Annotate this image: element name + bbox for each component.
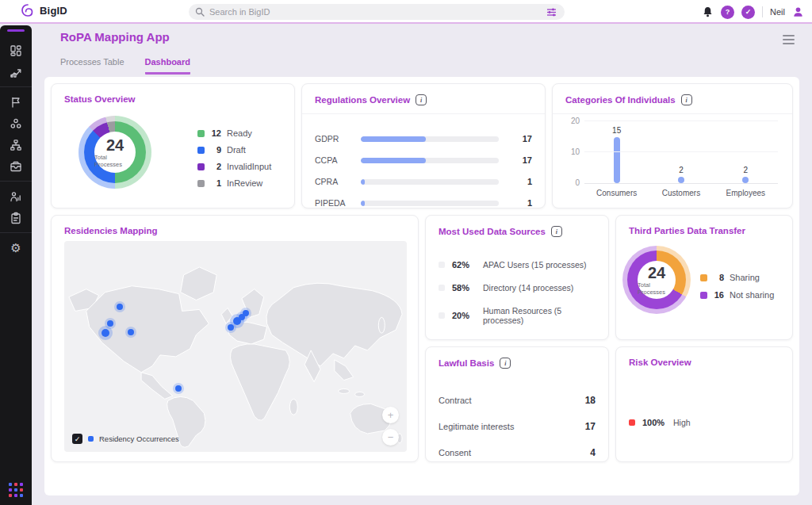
notifications-bell-icon[interactable]: [702, 6, 714, 18]
info-icon[interactable]: i: [416, 94, 427, 105]
dashboard-icon[interactable]: [0, 42, 32, 59]
legend-count: 2: [210, 162, 221, 171]
search-input[interactable]: [209, 7, 539, 17]
info-icon[interactable]: i: [551, 226, 562, 237]
residency-dot[interactable]: [117, 304, 123, 310]
zoom-out-button[interactable]: −: [382, 429, 399, 446]
tab-dashboard[interactable]: Dashboard: [145, 57, 190, 75]
sidebar-active-indicator: [7, 29, 25, 32]
bar-value-label: 15: [612, 126, 621, 135]
search-icon: [195, 7, 205, 17]
app-dot: [9, 483, 12, 486]
bar[interactable]: [614, 137, 620, 184]
page-menu-icon[interactable]: [783, 35, 795, 44]
regulation-label: CCPA: [315, 155, 361, 165]
lawful-basis-row: Contract18: [426, 395, 608, 406]
third-parties-data-transfer-card: Third Parties Data Transfer 24 Total Pro…: [615, 215, 793, 340]
lawful-basis-label: Consent: [439, 448, 471, 457]
lawful-basis-row: Consent4: [426, 447, 608, 458]
total-processes-label: Total Processes: [638, 281, 676, 296]
legend-label: InvalidInput: [227, 162, 271, 171]
flag-icon[interactable]: [0, 94, 32, 110]
total-processes-value: 24: [648, 265, 665, 281]
info-icon[interactable]: i: [500, 358, 511, 369]
card-title: Risk Overview: [629, 358, 691, 367]
app-dot: [14, 483, 17, 486]
bar-track: [361, 158, 499, 163]
legend-swatch: [197, 163, 205, 170]
world-map[interactable]: ✓ Residency Occurrences + −: [64, 241, 407, 452]
groups-icon[interactable]: [0, 115, 32, 132]
residency-dot-swatch: [88, 436, 94, 442]
regulation-label: CPRA: [315, 177, 361, 186]
third-parties-donut-chart: 24 Total Processes: [622, 246, 691, 314]
bar-fill: [361, 179, 365, 185]
status-overview-card: Status Overview 24 Total Processes 12Rea…: [51, 83, 295, 209]
bar-value-label: 2: [744, 166, 749, 174]
tab-processes-table[interactable]: Processes Table: [60, 57, 124, 75]
card-title: Residencies Mapping: [64, 226, 158, 235]
user-analytics-icon[interactable]: [0, 188, 32, 205]
categories-bar-chart: 1522 01020: [584, 122, 778, 184]
lawful-basis-row: Legitimate interests17: [426, 421, 608, 432]
user-avatar-icon[interactable]: [792, 6, 804, 18]
bar-column: 2: [653, 166, 709, 183]
settings-gear-icon[interactable]: ⚙: [0, 239, 32, 256]
regulation-row: GDPR17: [302, 134, 545, 143]
regulation-row: CPRA1: [302, 177, 545, 186]
bar-fill: [361, 158, 426, 163]
help-icon[interactable]: ?: [721, 6, 734, 19]
legend-count: 9: [210, 145, 221, 155]
legend-item: 12Ready: [197, 128, 271, 138]
risk-label: High: [673, 418, 691, 427]
clipboard-icon[interactable]: [0, 209, 32, 226]
zoom-in-button[interactable]: +: [382, 407, 399, 423]
legend-item: 8Sharing: [700, 273, 774, 282]
legend-swatch: [700, 274, 707, 281]
hierarchy-icon[interactable]: [0, 136, 32, 153]
bar[interactable]: [742, 177, 749, 183]
legend-count: 16: [713, 290, 724, 300]
data-source-swatch: [439, 262, 445, 268]
regulation-label: GDPR: [315, 134, 361, 143]
residency-dot[interactable]: [102, 329, 109, 337]
app-dot: [9, 494, 12, 497]
app-dot: [20, 494, 23, 497]
risk-list: 100%High: [616, 418, 792, 427]
regulation-value: 17: [499, 155, 532, 165]
bar[interactable]: [678, 177, 684, 183]
residency-checkbox[interactable]: ✓: [72, 434, 82, 444]
risk-percent: 100%: [642, 418, 666, 427]
user-name: Neil: [770, 7, 785, 17]
topbar-divider: [762, 6, 763, 17]
archive-icon[interactable]: [0, 158, 32, 174]
y-tick-label: 20: [564, 117, 580, 125]
regulation-value: 1: [499, 177, 532, 186]
analytics-icon[interactable]: [0, 63, 32, 80]
search-filter-icon[interactable]: [544, 6, 558, 18]
bigid-logo[interactable]: BigID: [21, 3, 67, 17]
topbar-actions: ? ✓ Neil: [702, 2, 804, 21]
status-donut-chart: 24 Total Processes: [79, 116, 151, 189]
categories-x-labels: ConsumersCustomersEmployees: [584, 189, 778, 197]
legend-swatch: [197, 147, 205, 154]
info-icon[interactable]: i: [681, 94, 692, 105]
apps-launcher-icon[interactable]: [9, 483, 23, 497]
residency-dot[interactable]: [228, 324, 234, 331]
lawful-basis-value: 18: [585, 395, 596, 406]
app-dot: [20, 488, 23, 492]
brand-name: BigID: [40, 5, 67, 17]
app-dot: [14, 488, 17, 492]
card-title: Lawful Basis: [439, 358, 494, 368]
lawful-basis-value: 4: [590, 447, 596, 458]
y-tick-label: 10: [564, 147, 580, 156]
legend-label: InReview: [227, 178, 262, 188]
bar-column: 2: [718, 166, 773, 183]
data-source-row: 20%Human Resources (5 processes): [426, 306, 608, 325]
map-zoom-controls: + −: [382, 407, 399, 446]
data-source-swatch: [439, 285, 445, 291]
map-legend: ✓ Residency Occurrences: [72, 434, 179, 444]
legend-swatch: [197, 180, 205, 187]
card-title: Status Overview: [64, 94, 135, 104]
tasks-check-icon[interactable]: ✓: [741, 6, 755, 19]
